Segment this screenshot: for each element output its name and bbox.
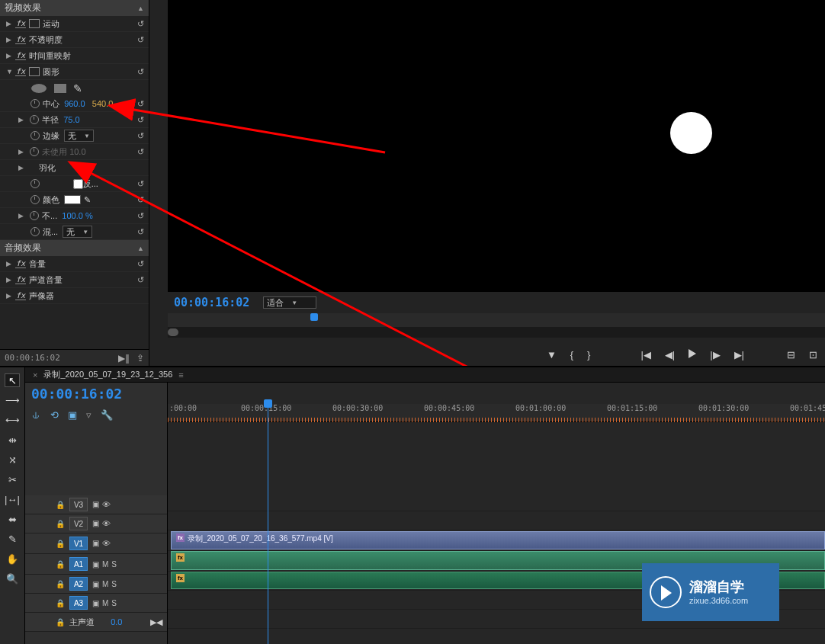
stopwatch-icon[interactable]: [30, 195, 40, 204]
ellipse-mask-icon[interactable]: [30, 83, 47, 94]
reset-icon[interactable]: ↺: [137, 179, 144, 189]
pen-mask-icon[interactable]: ✎: [73, 82, 82, 95]
lock-icon[interactable]: 🔒: [56, 540, 65, 548]
ripple-edit-tool[interactable]: ⟷: [5, 413, 20, 427]
zoom-dropdown[interactable]: 适合▼: [263, 296, 316, 309]
lock-icon[interactable]: 🔒: [56, 618, 65, 626]
monitor-timecode[interactable]: 00:00:16:02: [174, 296, 249, 309]
slide-tool[interactable]: ⬌: [5, 512, 20, 526]
stopwatch-icon[interactable]: [30, 227, 40, 236]
track-label-v3[interactable]: V3: [69, 498, 88, 511]
solo-icon[interactable]: S: [111, 560, 117, 569]
track-header-v1[interactable]: 🔒 V1 ▣👁: [25, 533, 167, 554]
eye-icon[interactable]: 👁: [102, 539, 111, 548]
track-label-v2[interactable]: V2: [69, 517, 88, 530]
scrollbar-thumb[interactable]: [168, 328, 178, 336]
sequence-tab[interactable]: × 录制_2020_05_07_19_23_12_356 ≡: [25, 367, 825, 383]
share-icon[interactable]: ⇪: [136, 353, 144, 364]
timeline-timecode[interactable]: 00:00:16:02: [25, 383, 167, 405]
track-label-v1[interactable]: V1: [69, 537, 88, 550]
twirl-icon[interactable]: ▼: [6, 68, 15, 75]
goto-in-icon[interactable]: |◀: [640, 349, 650, 360]
track-header-a3[interactable]: 🔒 A3 ▣MS: [25, 594, 167, 613]
circle-opacity-value[interactable]: 100.0 %: [62, 211, 92, 220]
play-button[interactable]: [689, 349, 696, 360]
target-icon[interactable]: ▣: [92, 580, 99, 588]
slip-tool[interactable]: |↔|: [5, 492, 20, 506]
lock-icon[interactable]: 🔒: [56, 580, 65, 588]
lock-icon[interactable]: 🔒: [56, 599, 65, 607]
invert-checkbox[interactable]: [73, 179, 83, 189]
center-y-value[interactable]: 540.0: [92, 99, 114, 108]
step-back-icon[interactable]: ◀|: [665, 349, 675, 360]
timeline-playhead[interactable]: [268, 399, 268, 644]
lock-icon[interactable]: 🔒: [56, 520, 65, 528]
blend-dropdown[interactable]: 无▼: [63, 226, 92, 238]
fx-badge-icon[interactable]: fx: [15, 35, 26, 44]
effect-circle[interactable]: ▼ fx 圆形 ↺: [0, 64, 149, 80]
link-icon[interactable]: ⟲: [50, 409, 59, 421]
mute-icon[interactable]: M: [102, 599, 108, 607]
reset-icon[interactable]: ↺: [137, 259, 144, 269]
eye-icon[interactable]: 👁: [102, 500, 111, 509]
close-tab-icon[interactable]: ×: [33, 370, 37, 380]
reset-icon[interactable]: ↺: [137, 67, 144, 77]
target-icon[interactable]: ▣: [92, 539, 99, 548]
track-header-a2[interactable]: 🔒 A2 ▣MS: [25, 575, 167, 594]
selection-tool[interactable]: ↖: [5, 373, 20, 387]
target-icon[interactable]: ▣: [92, 560, 99, 569]
out-point-icon[interactable]: }: [587, 349, 590, 360]
collapse-icon[interactable]: ▲: [137, 245, 144, 252]
eye-icon[interactable]: 👁: [102, 519, 111, 528]
stopwatch-icon[interactable]: [30, 179, 40, 188]
target-icon[interactable]: ▣: [92, 599, 99, 607]
track-label-a3[interactable]: A3: [69, 596, 88, 610]
reset-icon[interactable]: ↺: [137, 195, 144, 205]
lift-icon[interactable]: ⊟: [787, 349, 795, 360]
rolling-edit-tool[interactable]: ⇹: [5, 433, 20, 447]
toggle-icon[interactable]: ▶‖: [118, 353, 130, 364]
video-clip[interactable]: fx 录制_2020_05_07_20_16_36_577.mp4 [V]: [171, 531, 825, 549]
mute-icon[interactable]: M: [102, 560, 108, 569]
panel-menu-icon[interactable]: ≡: [178, 370, 183, 380]
step-forward-icon[interactable]: |▶: [710, 349, 720, 360]
twirl-icon[interactable]: ▶: [6, 292, 15, 300]
effect-opacity[interactable]: ▶ fx 不透明度 ↺: [0, 32, 149, 48]
reset-icon[interactable]: ↺: [137, 275, 144, 285]
effect-volume[interactable]: ▶ fx 音量 ↺: [0, 256, 149, 272]
hand-tool[interactable]: ✋: [5, 552, 20, 566]
stopwatch-icon[interactable]: [30, 211, 39, 220]
track-label-a2[interactable]: A2: [69, 577, 88, 591]
twirl-icon[interactable]: ▶: [6, 260, 15, 268]
goto-out-icon[interactable]: ▶|: [734, 349, 744, 360]
fx-badge-icon[interactable]: fx: [15, 51, 26, 60]
target-icon[interactable]: ▣: [92, 519, 99, 528]
prop-feather[interactable]: ▶ 羽化: [0, 160, 149, 176]
effect-motion[interactable]: ▶ fx 运动 ↺: [0, 16, 149, 32]
lock-icon[interactable]: 🔒: [56, 560, 65, 569]
video-effects-header[interactable]: 视频效果 ▲: [0, 0, 149, 16]
monitor-playhead[interactable]: [310, 313, 318, 321]
monitor-ruler[interactable]: [168, 313, 825, 327]
solo-icon[interactable]: S: [111, 599, 117, 607]
edge-dropdown[interactable]: 无▼: [64, 130, 94, 142]
twirl-icon[interactable]: ▶: [6, 52, 15, 59]
fx-badge-icon[interactable]: fx: [15, 291, 26, 300]
rate-stretch-tool[interactable]: ⤨: [5, 453, 20, 466]
track-lane-v3[interactable]: [168, 492, 825, 511]
effect-channel-volume[interactable]: ▶ fx 声道音量 ↺: [0, 272, 149, 288]
twirl-icon[interactable]: ▶: [6, 36, 15, 43]
track-select-tool[interactable]: ⟶: [5, 393, 20, 407]
fx-badge-icon[interactable]: fx: [15, 259, 26, 268]
fx-badge-icon[interactable]: fx: [15, 67, 26, 76]
snap-icon[interactable]: ⫝: [31, 409, 41, 421]
marker-add-icon[interactable]: ▣: [68, 409, 77, 421]
color-swatch[interactable]: [64, 195, 81, 204]
rect-mask-icon[interactable]: [53, 83, 67, 94]
audio-effects-header[interactable]: 音频效果 ▲: [0, 240, 149, 256]
mask-icon[interactable]: [29, 19, 40, 28]
center-x-value[interactable]: 960.0: [64, 99, 85, 108]
panel-timecode[interactable]: 00:00:16:02: [5, 353, 60, 363]
track-header-a1[interactable]: 🔒 A1 ▣MS: [25, 554, 167, 575]
reset-icon[interactable]: ↺: [137, 99, 144, 109]
